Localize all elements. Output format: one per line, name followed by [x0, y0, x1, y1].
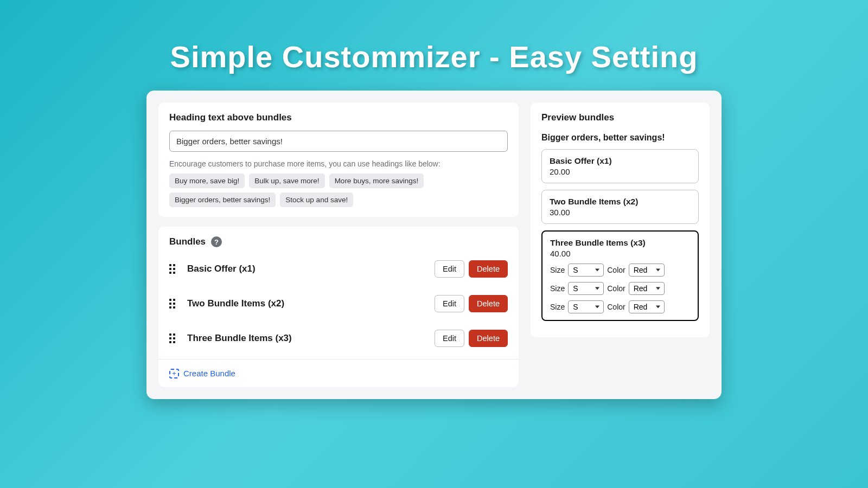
- preview-box-price: 30.00: [550, 208, 691, 217]
- customizer-panel: Heading text above bundles Encourage cus…: [146, 91, 722, 399]
- bundles-label: Bundles: [169, 236, 206, 247]
- preview-title: Preview bundles: [541, 112, 699, 123]
- bundle-name: Three Bundle Items (x3): [187, 333, 435, 344]
- variant-row: Size S Color Red: [550, 282, 690, 295]
- size-select[interactable]: S: [568, 300, 604, 313]
- bundle-name: Basic Offer (x1): [187, 264, 435, 274]
- color-label: Color: [607, 284, 625, 293]
- left-column: Heading text above bundles Encourage cus…: [158, 102, 519, 387]
- preview-box-title: Three Bundle Items (x3): [550, 238, 690, 248]
- drag-handle-icon[interactable]: [169, 264, 175, 274]
- preview-box-title: Two Bundle Items (x2): [550, 197, 691, 207]
- color-select[interactable]: Red: [629, 300, 665, 313]
- suggestion-chip[interactable]: More buys, more savings!: [329, 174, 424, 188]
- edit-button[interactable]: Edit: [435, 330, 464, 347]
- suggestion-chip[interactable]: Buy more, save big!: [169, 174, 245, 188]
- preview-bundle-box[interactable]: Two Bundle Items (x2) 30.00: [541, 190, 699, 224]
- size-label: Size: [550, 303, 565, 311]
- create-footer: + Create Bundle: [158, 359, 519, 387]
- preview-bundle-box[interactable]: Basic Offer (x1) 20.00: [541, 149, 699, 183]
- color-select[interactable]: Red: [629, 264, 665, 277]
- heading-helper-text: Encourage customers to purchase more ite…: [169, 159, 508, 168]
- preview-card: Preview bundles Bigger orders, better sa…: [531, 102, 710, 337]
- bundles-card: Bundles ? Basic Offer (x1) Edit Delete T…: [158, 227, 519, 387]
- suggestion-chip-row: Buy more, save big! Bulk up, save more! …: [169, 174, 508, 207]
- create-bundle-link[interactable]: + Create Bundle: [169, 369, 235, 378]
- color-select[interactable]: Red: [629, 282, 665, 295]
- suggestion-chip[interactable]: Stock up and save!: [280, 192, 353, 207]
- preview-box-price: 20.00: [550, 167, 691, 176]
- size-label: Size: [550, 284, 565, 293]
- edit-button[interactable]: Edit: [435, 260, 464, 278]
- help-icon[interactable]: ?: [211, 236, 222, 247]
- preview-box-price: 40.00: [550, 249, 690, 258]
- color-label: Color: [607, 303, 625, 311]
- bundle-row: Three Bundle Items (x3) Edit Delete: [169, 321, 508, 356]
- color-label: Color: [607, 266, 625, 274]
- right-column: Preview bundles Bigger orders, better sa…: [531, 102, 710, 387]
- suggestion-chip[interactable]: Bulk up, save more!: [249, 174, 324, 188]
- variant-row: Size S Color Red: [550, 264, 690, 277]
- bundle-row: Two Bundle Items (x2) Edit Delete: [169, 286, 508, 321]
- size-select[interactable]: S: [568, 264, 604, 277]
- delete-button[interactable]: Delete: [469, 260, 508, 278]
- size-label: Size: [550, 266, 565, 274]
- plus-dashed-icon: +: [169, 369, 179, 378]
- hero-title: Simple Custommizer - Easy Setting: [0, 0, 868, 74]
- heading-card: Heading text above bundles Encourage cus…: [158, 102, 519, 217]
- delete-button[interactable]: Delete: [469, 295, 508, 312]
- delete-button[interactable]: Delete: [469, 330, 508, 347]
- preview-box-title: Basic Offer (x1): [550, 156, 691, 166]
- suggestion-chip[interactable]: Bigger orders, better savings!: [169, 192, 276, 207]
- bundles-header: Bundles ?: [169, 236, 508, 247]
- preview-bundle-box[interactable]: Three Bundle Items (x3) 40.00 Size S Col…: [541, 230, 699, 321]
- bundle-row: Basic Offer (x1) Edit Delete: [169, 252, 508, 286]
- size-select[interactable]: S: [568, 282, 604, 295]
- drag-handle-icon[interactable]: [169, 299, 175, 309]
- preview-heading-text: Bigger orders, better savings!: [541, 133, 699, 143]
- heading-text-input[interactable]: [169, 131, 508, 152]
- heading-card-label: Heading text above bundles: [169, 112, 508, 123]
- drag-handle-icon[interactable]: [169, 333, 175, 343]
- edit-button[interactable]: Edit: [435, 295, 464, 312]
- variant-row: Size S Color Red: [550, 300, 690, 313]
- bundle-name: Two Bundle Items (x2): [187, 298, 435, 309]
- create-bundle-label: Create Bundle: [183, 369, 235, 378]
